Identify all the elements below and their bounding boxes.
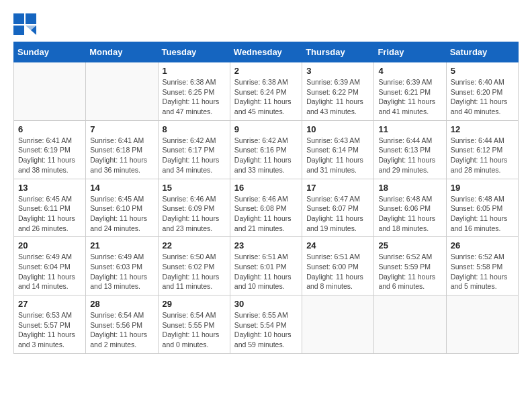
calendar-cell: 27Sunrise: 6:53 AM Sunset: 5:57 PM Dayli… — [14, 295, 86, 354]
calendar-cell: 18Sunrise: 6:48 AM Sunset: 6:06 PM Dayli… — [374, 179, 446, 237]
day-info: Sunrise: 6:54 AM Sunset: 5:55 PM Dayligh… — [163, 310, 226, 350]
calendar-body: 1Sunrise: 6:38 AM Sunset: 6:25 PM Daylig… — [14, 62, 519, 354]
day-info: Sunrise: 6:46 AM Sunset: 6:09 PM Dayligh… — [163, 194, 226, 234]
calendar-cell: 3Sunrise: 6:39 AM Sunset: 6:22 PM Daylig… — [302, 62, 374, 121]
day-number: 7 — [90, 124, 153, 134]
calendar-cell: 1Sunrise: 6:38 AM Sunset: 6:25 PM Daylig… — [158, 62, 230, 121]
calendar-cell: 29Sunrise: 6:54 AM Sunset: 5:55 PM Dayli… — [158, 295, 230, 354]
calendar-cell — [14, 62, 86, 121]
day-number: 9 — [234, 124, 298, 134]
calendar-cell: 4Sunrise: 6:39 AM Sunset: 6:21 PM Daylig… — [374, 62, 446, 121]
calendar-cell: 6Sunrise: 6:41 AM Sunset: 6:19 PM Daylig… — [14, 120, 86, 179]
calendar-cell: 28Sunrise: 6:54 AM Sunset: 5:56 PM Dayli… — [86, 295, 158, 354]
day-info: Sunrise: 6:54 AM Sunset: 5:56 PM Dayligh… — [90, 310, 153, 350]
calendar-cell: 7Sunrise: 6:41 AM Sunset: 6:18 PM Daylig… — [86, 120, 158, 179]
day-info: Sunrise: 6:51 AM Sunset: 6:01 PM Dayligh… — [234, 252, 298, 291]
day-number: 22 — [163, 240, 226, 250]
day-number: 11 — [378, 124, 441, 134]
calendar-week-1: 1Sunrise: 6:38 AM Sunset: 6:25 PM Daylig… — [14, 62, 519, 121]
day-header-saturday: Saturday — [446, 42, 518, 62]
calendar-cell — [374, 295, 446, 354]
svg-rect-0 — [13, 13, 24, 24]
day-info: Sunrise: 6:45 AM Sunset: 6:11 PM Dayligh… — [18, 194, 81, 234]
day-number: 29 — [163, 299, 226, 309]
day-info: Sunrise: 6:47 AM Sunset: 6:07 PM Dayligh… — [306, 194, 369, 234]
header-row: SundayMondayTuesdayWednesdayThursdayFrid… — [14, 42, 519, 62]
calendar-cell: 12Sunrise: 6:44 AM Sunset: 6:12 PM Dayli… — [446, 120, 518, 179]
calendar-cell: 2Sunrise: 6:38 AM Sunset: 6:24 PM Daylig… — [230, 62, 302, 121]
day-number: 10 — [306, 124, 369, 134]
day-info: Sunrise: 6:55 AM Sunset: 5:54 PM Dayligh… — [234, 310, 298, 350]
calendar-cell — [302, 295, 374, 354]
day-info: Sunrise: 6:39 AM Sunset: 6:22 PM Dayligh… — [306, 77, 369, 117]
day-number: 14 — [90, 183, 153, 193]
day-info: Sunrise: 6:52 AM Sunset: 5:58 PM Dayligh… — [451, 252, 514, 291]
calendar-cell: 19Sunrise: 6:48 AM Sunset: 6:05 PM Dayli… — [446, 179, 518, 237]
day-number: 17 — [306, 183, 369, 193]
day-number: 18 — [378, 183, 441, 193]
calendar-cell — [446, 295, 518, 354]
calendar-week-4: 20Sunrise: 6:49 AM Sunset: 6:04 PM Dayli… — [14, 237, 519, 295]
day-number: 24 — [306, 240, 369, 250]
calendar-cell: 10Sunrise: 6:43 AM Sunset: 6:14 PM Dayli… — [302, 120, 374, 179]
day-number: 28 — [90, 299, 153, 309]
calendar-cell: 13Sunrise: 6:45 AM Sunset: 6:11 PM Dayli… — [14, 179, 86, 237]
day-number: 4 — [378, 66, 441, 76]
day-info: Sunrise: 6:53 AM Sunset: 5:57 PM Dayligh… — [18, 310, 81, 350]
calendar-cell: 11Sunrise: 6:44 AM Sunset: 6:13 PM Dayli… — [374, 120, 446, 179]
day-number: 21 — [90, 240, 153, 250]
calendar-table: SundayMondayTuesdayWednesdayThursdayFrid… — [13, 42, 519, 354]
day-header-friday: Friday — [374, 42, 446, 62]
day-info: Sunrise: 6:44 AM Sunset: 6:12 PM Dayligh… — [451, 136, 514, 175]
day-info: Sunrise: 6:42 AM Sunset: 6:17 PM Dayligh… — [163, 136, 226, 175]
svg-rect-2 — [13, 26, 24, 35]
day-number: 3 — [306, 66, 369, 76]
day-number: 30 — [234, 299, 298, 309]
day-header-thursday: Thursday — [302, 42, 374, 62]
day-header-tuesday: Tuesday — [158, 42, 230, 62]
day-info: Sunrise: 6:41 AM Sunset: 6:18 PM Dayligh… — [90, 136, 153, 175]
day-info: Sunrise: 6:41 AM Sunset: 6:19 PM Dayligh… — [18, 136, 81, 175]
calendar-cell: 30Sunrise: 6:55 AM Sunset: 5:54 PM Dayli… — [230, 295, 302, 354]
calendar-cell: 23Sunrise: 6:51 AM Sunset: 6:01 PM Dayli… — [230, 237, 302, 295]
calendar-week-3: 13Sunrise: 6:45 AM Sunset: 6:11 PM Dayli… — [14, 179, 519, 237]
day-number: 15 — [163, 183, 226, 193]
day-info: Sunrise: 6:49 AM Sunset: 6:03 PM Dayligh… — [90, 252, 153, 291]
calendar-cell: 20Sunrise: 6:49 AM Sunset: 6:04 PM Dayli… — [14, 237, 86, 295]
day-number: 20 — [18, 240, 81, 250]
day-info: Sunrise: 6:42 AM Sunset: 6:16 PM Dayligh… — [234, 136, 298, 175]
logo-area — [13, 13, 39, 35]
calendar-cell: 21Sunrise: 6:49 AM Sunset: 6:03 PM Dayli… — [86, 237, 158, 295]
calendar-cell: 16Sunrise: 6:46 AM Sunset: 6:08 PM Dayli… — [230, 179, 302, 237]
calendar-cell: 9Sunrise: 6:42 AM Sunset: 6:16 PM Daylig… — [230, 120, 302, 179]
day-info: Sunrise: 6:39 AM Sunset: 6:21 PM Dayligh… — [378, 77, 441, 117]
calendar-cell: 22Sunrise: 6:50 AM Sunset: 6:02 PM Dayli… — [158, 237, 230, 295]
day-number: 6 — [18, 124, 81, 134]
general-blue-logo-icon — [13, 13, 38, 35]
day-info: Sunrise: 6:48 AM Sunset: 6:06 PM Dayligh… — [378, 194, 441, 234]
day-header-wednesday: Wednesday — [230, 42, 302, 62]
day-info: Sunrise: 6:48 AM Sunset: 6:05 PM Dayligh… — [451, 194, 514, 234]
day-number: 13 — [18, 183, 81, 193]
calendar-cell: 26Sunrise: 6:52 AM Sunset: 5:58 PM Dayli… — [446, 237, 518, 295]
calendar-cell: 5Sunrise: 6:40 AM Sunset: 6:20 PM Daylig… — [446, 62, 518, 121]
calendar-cell: 17Sunrise: 6:47 AM Sunset: 6:07 PM Dayli… — [302, 179, 374, 237]
day-info: Sunrise: 6:40 AM Sunset: 6:20 PM Dayligh… — [451, 77, 514, 117]
day-number: 27 — [18, 299, 81, 309]
calendar-week-5: 27Sunrise: 6:53 AM Sunset: 5:57 PM Dayli… — [14, 295, 519, 354]
day-info: Sunrise: 6:38 AM Sunset: 6:24 PM Dayligh… — [234, 77, 298, 117]
day-header-sunday: Sunday — [14, 42, 86, 62]
day-number: 1 — [163, 66, 226, 76]
calendar-cell — [86, 62, 158, 121]
day-number: 8 — [163, 124, 226, 134]
calendar-cell: 14Sunrise: 6:45 AM Sunset: 6:10 PM Dayli… — [86, 179, 158, 237]
day-info: Sunrise: 6:50 AM Sunset: 6:02 PM Dayligh… — [163, 252, 226, 291]
day-number: 23 — [234, 240, 298, 250]
header — [13, 13, 519, 35]
day-number: 19 — [451, 183, 514, 193]
day-info: Sunrise: 6:43 AM Sunset: 6:14 PM Dayligh… — [306, 136, 369, 175]
day-number: 5 — [451, 66, 514, 76]
day-info: Sunrise: 6:51 AM Sunset: 6:00 PM Dayligh… — [306, 252, 369, 291]
day-info: Sunrise: 6:52 AM Sunset: 5:59 PM Dayligh… — [378, 252, 441, 291]
svg-rect-1 — [26, 13, 36, 24]
